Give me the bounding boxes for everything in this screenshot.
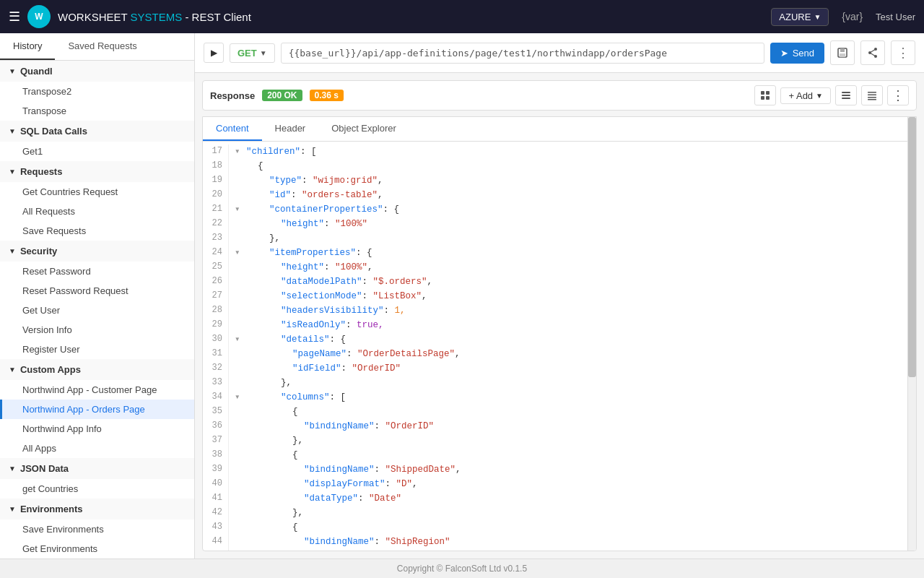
expand-button[interactable]: ▶ [204, 43, 224, 63]
more-options-response-button[interactable]: ⋮ [887, 85, 909, 105]
line-content: }, [246, 376, 292, 390]
line-number: 23 [203, 231, 229, 246]
sidebar-item-northwind-info[interactable]: Northwind App Info [0, 419, 194, 439]
save-button[interactable] [830, 40, 855, 65]
line-content: "displayFormat": "D", [246, 477, 418, 491]
json-line: 37}, [203, 434, 907, 448]
line-number: 24 [203, 246, 229, 260]
app-title: WORKSHEET SYSTEMS - REST Client [58, 11, 251, 23]
sidebar-item-transpose[interactable]: Transpose [0, 101, 194, 121]
json-line: 32"idField": "OrderID" [203, 361, 907, 376]
expand-line-icon[interactable]: ▾ [235, 332, 246, 347]
sidebar-group-label: Environments [20, 504, 83, 514]
json-line: 24▾"itemProperties": { [203, 246, 907, 260]
line-content: "dataType": "Date" [246, 491, 401, 506]
method-dropdown[interactable]: GET ▼ [230, 43, 275, 63]
caret-down-icon: ▼ [9, 465, 16, 473]
sidebar-group-label: SQL Data Calls [20, 126, 87, 137]
json-line: 31"pageName": "OrderDetailsPage", [203, 347, 907, 361]
json-line: 21▾"containerProperties": { [203, 202, 907, 217]
sidebar-group-requests[interactable]: ▼ Requests [0, 161, 194, 182]
line-number: 42 [203, 506, 229, 520]
sidebar-item-reset-password-request[interactable]: Reset Password Request [0, 281, 194, 301]
sidebar-group-label: JSON Data [20, 463, 69, 474]
method-label: GET [237, 48, 257, 59]
sidebar-item-save-environments[interactable]: Save Environments [0, 519, 194, 539]
azure-dropdown[interactable]: AZURE ▼ [771, 8, 829, 26]
sidebar-item-save-requests[interactable]: Save Requests [0, 221, 194, 241]
expand-line-icon[interactable]: ▾ [235, 202, 246, 217]
sidebar-group-quandl[interactable]: ▼ Quandl [0, 61, 194, 82]
caret-down-icon: ▼ [9, 366, 16, 374]
line-content: }, [246, 434, 303, 448]
sidebar-item-get-countries-json[interactable]: get Countries [0, 479, 194, 499]
expand-line-icon[interactable]: ▾ [235, 144, 246, 159]
line-content: { [246, 159, 263, 173]
line-content: { [246, 405, 298, 419]
line-content: }, [246, 231, 280, 246]
add-button[interactable]: + Add ▼ [780, 87, 831, 104]
hamburger-icon[interactable]: ☰ [9, 9, 20, 25]
sidebar-item-customer-page[interactable]: Northwind App - Customer Page [0, 380, 194, 400]
json-content[interactable]: 17▾"children": [18{19"type": "wijmo:grid… [203, 142, 907, 551]
svg-text:W: W [35, 12, 43, 22]
svg-rect-14 [842, 92, 850, 93]
url-input[interactable] [281, 43, 764, 64]
svg-rect-18 [868, 95, 876, 96]
svg-line-8 [870, 49, 876, 53]
line-content: "details": { [246, 332, 346, 347]
line-content: "columns": [ [246, 390, 346, 405]
sidebar-group-sql[interactable]: ▼ SQL Data Calls [0, 121, 194, 142]
sidebar-item-get-countries[interactable]: Get Countries Request [0, 182, 194, 202]
caret-down-icon: ▼ [9, 247, 16, 255]
tab-content[interactable]: Content [203, 117, 262, 141]
share-button[interactable] [860, 40, 885, 65]
json-line: 36"bindingName": "OrderID" [203, 419, 907, 434]
tab-header[interactable]: Header [262, 117, 319, 141]
response-section: Response 200 OK 0.36 s + Add ▼ [195, 73, 924, 558]
line-content: "type": "wijmo:grid", [246, 173, 383, 188]
sidebar-item-reset-password[interactable]: Reset Password [0, 262, 194, 281]
json-line: 28"headersVisibility": 1, [203, 303, 907, 318]
sidebar-item-transpose2[interactable]: Transpose2 [0, 82, 194, 101]
line-number: 40 [203, 477, 229, 491]
svg-rect-13 [766, 96, 770, 100]
tab-history[interactable]: History [0, 33, 55, 60]
expand-line-icon[interactable]: ▾ [235, 390, 246, 405]
tab-saved-requests[interactable]: Saved Requests [55, 33, 149, 60]
line-number: 27 [203, 289, 229, 303]
json-line: 43{ [203, 520, 907, 535]
grid-view-button[interactable] [754, 85, 776, 105]
sidebar-item-register-user[interactable]: Register User [0, 340, 194, 359]
compact-view-button[interactable] [861, 85, 883, 105]
json-line: 26"dataModelPath": "$.orders", [203, 275, 907, 289]
json-line: 25"height": "100%", [203, 260, 907, 275]
status-time-badge: 0.36 s [310, 90, 344, 101]
sidebar-item-all-apps[interactable]: All Apps [0, 439, 194, 458]
json-viewer: Content Header Object Explorer 17▾"child… [202, 116, 917, 551]
more-options-button[interactable]: ⋮ [891, 40, 915, 65]
add-label: + Add [788, 90, 813, 101]
sidebar-group-environments[interactable]: ▼ Environments [0, 499, 194, 519]
sidebar-item-get1[interactable]: Get1 [0, 142, 194, 161]
sidebar-group-security[interactable]: ▼ Security [0, 241, 194, 262]
line-content: "idField": "OrderID" [246, 361, 401, 376]
tab-object-explorer[interactable]: Object Explorer [318, 117, 409, 141]
json-line: 19"type": "wijmo:grid", [203, 173, 907, 188]
sidebar-item-all-requests[interactable]: All Requests [0, 202, 194, 221]
response-tabs: Content Header Object Explorer [203, 117, 907, 142]
sidebar-group-json-data[interactable]: ▼ JSON Data [0, 458, 194, 479]
send-button[interactable]: ➤ Send [770, 43, 824, 64]
list-view-button[interactable] [835, 85, 857, 105]
line-content: "bindingName": "OrderID" [246, 419, 434, 434]
json-vertical-scrollbar[interactable] [907, 117, 916, 551]
sidebar-item-version-info[interactable]: Version Info [0, 320, 194, 340]
line-content: "containerProperties": { [246, 202, 399, 217]
json-line: 42}, [203, 506, 907, 520]
sidebar-item-get-user[interactable]: Get User [0, 301, 194, 320]
svg-rect-19 [868, 97, 876, 98]
sidebar-group-custom-apps[interactable]: ▼ Custom Apps [0, 359, 194, 380]
sidebar-item-orders-page[interactable]: Northwind App - Orders Page [0, 400, 194, 419]
expand-line-icon[interactable]: ▾ [235, 246, 246, 260]
sidebar-item-get-environments[interactable]: Get Environments [0, 539, 194, 558]
